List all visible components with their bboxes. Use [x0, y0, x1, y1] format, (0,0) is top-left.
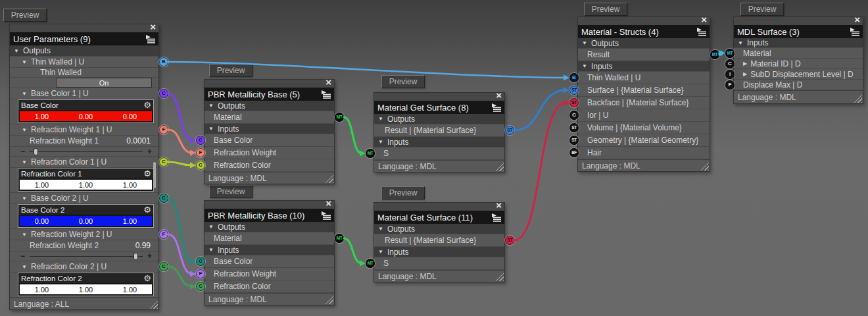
color-swatch-bar[interactable]: 1.001.001.00	[18, 283, 153, 296]
preview-button[interactable]: Preview	[381, 75, 425, 88]
row-base-color[interactable]: Base ColorC	[205, 134, 334, 147]
node-title-bar[interactable]: User Parameters (9)	[10, 32, 158, 45]
port-mdl-i3[interactable]: F	[725, 80, 735, 90]
port-p5-i2[interactable]: C	[196, 161, 205, 170]
section-outputs[interactable]: ▼Outputs	[205, 101, 334, 111]
close-icon[interactable]: ×	[701, 14, 707, 25]
row-result[interactable]: ResultMT	[578, 49, 710, 61]
row-refraction-weight-2-u[interactable]: ▼Refraction Weight 2 | UF	[10, 229, 158, 240]
slider-thumb[interactable]	[34, 148, 38, 155]
row-refraction-color-1-u[interactable]: ▼Refraction Color 1 | UC	[10, 157, 158, 168]
close-icon[interactable]: ×	[150, 22, 156, 32]
node-menu-icon[interactable]	[696, 28, 707, 36]
preview-button[interactable]: Preview	[3, 9, 47, 22]
resize-grip[interactable]	[325, 296, 333, 304]
resize-grip[interactable]	[854, 94, 862, 103]
row-refraction-weight[interactable]: Refraction WeightF	[205, 147, 334, 159]
preview-button[interactable]: Preview	[584, 3, 627, 16]
row-base-color-2-u[interactable]: ▼Base Color 2 | UC	[10, 193, 158, 204]
port-m11-o0[interactable]: ST	[505, 236, 514, 245]
row-base-color[interactable]: Base ColorC	[205, 255, 334, 268]
port-up-o6[interactable]: C	[159, 262, 168, 271]
port-up-o3[interactable]: C	[159, 157, 168, 167]
row-subd-displacement-level-d[interactable]: ▶SubD Displacement Level | DI	[734, 69, 863, 80]
port-ms-o0[interactable]: MT	[710, 50, 719, 59]
port-ms-i3[interactable]: C	[569, 111, 579, 120]
close-icon[interactable]: ×	[854, 14, 860, 25]
row-material[interactable]: MaterialMT	[734, 48, 863, 59]
preview-button[interactable]: Preview	[740, 3, 784, 16]
resize-grip[interactable]	[700, 162, 709, 171]
node-title-bar[interactable]: MDL Surface (3)	[734, 25, 863, 38]
port-ms-i5[interactable]: ST	[569, 136, 579, 145]
node-title-bar[interactable]: Material - Structs (4)	[578, 25, 710, 38]
row-refraction-weight-1-u[interactable]: ▼Refraction Weight 1 | UF	[10, 124, 158, 136]
port-m11-i0[interactable]: MT	[366, 259, 375, 268]
row-refraction-weight[interactable]: Refraction WeightF	[205, 268, 334, 280]
port-m8-i0[interactable]: MT	[366, 149, 375, 158]
section-inputs[interactable]: ▼Inputs	[205, 245, 334, 255]
slider-minus-button[interactable]: −	[20, 251, 25, 261]
toggle-row[interactable]: On	[10, 78, 158, 88]
row-backface-material-surface[interactable]: Backface | {Material Surface}ST	[578, 97, 710, 109]
row-thin-walled-u[interactable]: Thin Walled | UB	[578, 72, 710, 84]
color-swatch-bar[interactable]: 1.000.000.00	[18, 110, 153, 122]
port-ms-i6[interactable]: BF	[569, 148, 579, 157]
node-drag-strip[interactable]: ×	[10, 24, 158, 32]
resize-grip[interactable]	[495, 163, 504, 171]
section-inputs[interactable]: ▼Inputs	[578, 61, 710, 72]
node-title-bar[interactable]: Material Get Surface (8)	[374, 101, 504, 114]
node-drag-strip[interactable]: ×	[374, 203, 504, 211]
color-swatch-group[interactable]: Refraction Color 1⚙1.001.001.00	[18, 168, 154, 192]
row-ior-u[interactable]: Ior | UC	[578, 109, 710, 122]
row-result-material-surface[interactable]: Result | {Material Surface}ST	[374, 124, 504, 137]
row-displace-max-d[interactable]: Displace Max | DF	[734, 80, 863, 90]
node-title-bar[interactable]: PBR Metallicity Base (5)	[205, 88, 334, 101]
slider-plus-button[interactable]: +	[147, 251, 152, 261]
row-material[interactable]: MaterialMT	[205, 111, 334, 124]
node-menu-icon[interactable]	[145, 35, 156, 43]
node-drag-strip[interactable]: ×	[578, 17, 710, 25]
gear-icon[interactable]: ⚙	[143, 205, 151, 214]
port-p10-o0[interactable]: MT	[335, 234, 344, 243]
node-drag-strip[interactable]: ×	[734, 17, 863, 25]
section-outputs[interactable]: ▼Outputs	[374, 114, 504, 124]
node-drag-strip[interactable]: ×	[374, 93, 504, 101]
color-swatch-bar[interactable]: 0.000.001.00	[18, 215, 153, 227]
slider-track[interactable]	[30, 256, 143, 257]
node-menu-icon[interactable]	[321, 90, 331, 99]
node-menu-icon[interactable]	[491, 103, 502, 112]
row-s[interactable]: SMT	[374, 257, 504, 270]
section-inputs[interactable]: ▼Inputs	[734, 38, 863, 48]
row-material-id-d[interactable]: ▶Material ID | DC	[734, 59, 863, 69]
row-volume-material-volume[interactable]: Volume | {Material Volume}ST	[578, 122, 710, 134]
port-p5-i1[interactable]: F	[196, 148, 205, 157]
color-swatch-group[interactable]: Base Color⚙1.000.000.00	[18, 99, 154, 123]
node-title-bar[interactable]: Material Get Surface (11)	[374, 211, 504, 224]
close-icon[interactable]: ×	[496, 90, 502, 101]
port-up-o1[interactable]: C	[159, 89, 168, 98]
slider-track[interactable]	[30, 151, 143, 152]
port-mdl-i1[interactable]: C	[725, 59, 735, 68]
close-icon[interactable]: ×	[326, 198, 331, 209]
gear-icon[interactable]: ⚙	[143, 101, 151, 109]
node-menu-icon[interactable]	[850, 28, 860, 36]
resize-grip[interactable]	[495, 273, 504, 281]
preview-button[interactable]: Preview	[209, 64, 253, 77]
port-p10-i1[interactable]: F	[196, 269, 205, 278]
toggle-on-bar[interactable]: On	[56, 78, 152, 88]
row-refraction-color-2-u[interactable]: ▼Refraction Color 2 | UC	[10, 261, 158, 273]
color-swatch-group[interactable]: Refraction Color 2⚙1.001.001.00	[18, 273, 154, 296]
row-result-material-surface[interactable]: Result | {Material Surface}ST	[374, 234, 504, 247]
section-outputs[interactable]: ▼Outputs	[578, 38, 710, 49]
row-s[interactable]: SMT	[374, 147, 504, 160]
port-ms-i2[interactable]: ST	[569, 98, 579, 107]
port-m8-o0[interactable]: ST	[505, 126, 514, 135]
port-ms-i1[interactable]: ST	[569, 86, 579, 95]
resize-grip[interactable]	[325, 174, 333, 183]
node-title-bar[interactable]: PBR Metallicity Base (10)	[205, 209, 334, 222]
scrollbar-thumb[interactable]	[153, 162, 156, 188]
slider-minus-button[interactable]: −	[20, 147, 25, 156]
port-up-o2[interactable]: F	[159, 125, 168, 134]
slider-row[interactable]: −+	[10, 251, 158, 261]
